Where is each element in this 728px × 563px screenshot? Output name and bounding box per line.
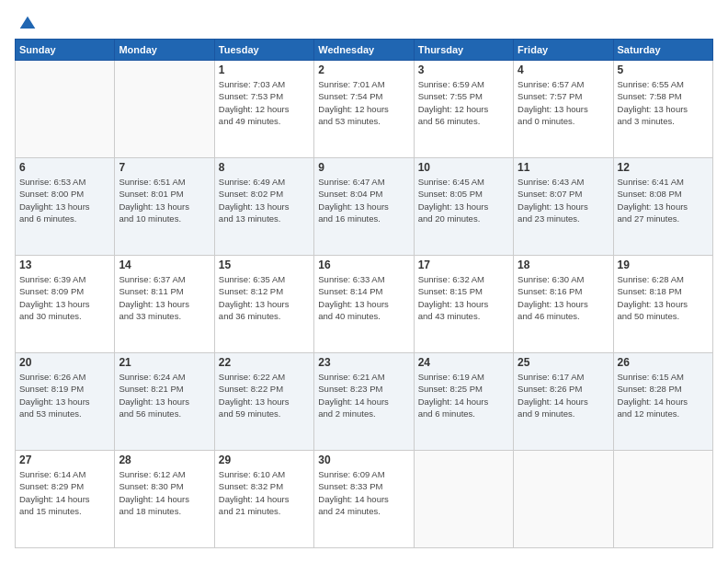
day-info: Sunrise: 6:45 AMSunset: 8:05 PMDaylight:… [418,176,509,224]
calendar-header-thursday: Thursday [414,40,513,61]
svg-marker-0 [20,17,36,29]
day-number: 12 [618,161,709,174]
day-info: Sunrise: 6:12 AMSunset: 8:30 PMDaylight:… [119,468,210,517]
calendar-table: SundayMondayTuesdayWednesdayThursdayFrid… [15,39,713,548]
calendar-cell: 15Sunrise: 6:35 AMSunset: 8:12 PMDayligh… [214,256,313,353]
calendar-header-tuesday: Tuesday [214,40,313,61]
day-number: 6 [19,161,110,174]
calendar-week-row: 27Sunrise: 6:14 AMSunset: 8:29 PMDayligh… [16,451,713,548]
day-info: Sunrise: 6:35 AMSunset: 8:12 PMDaylight:… [219,273,310,322]
day-number: 25 [518,356,609,369]
calendar-cell: 28Sunrise: 6:12 AMSunset: 8:30 PMDayligh… [115,451,214,548]
logo-icon [18,15,37,33]
calendar-cell: 5Sunrise: 6:55 AMSunset: 7:58 PMDaylight… [613,61,712,158]
day-info: Sunrise: 6:47 AMSunset: 8:04 PMDaylight:… [318,176,409,224]
calendar-header-sunday: Sunday [16,40,115,61]
calendar-cell [414,451,513,548]
calendar-cell: 1Sunrise: 7:03 AMSunset: 7:53 PMDaylight… [214,61,313,158]
calendar-cell: 29Sunrise: 6:10 AMSunset: 8:32 PMDayligh… [214,451,313,548]
calendar-week-row: 13Sunrise: 6:39 AMSunset: 8:09 PMDayligh… [16,256,713,353]
day-info: Sunrise: 7:03 AMSunset: 7:53 PMDaylight:… [219,78,310,127]
day-info: Sunrise: 6:43 AMSunset: 8:07 PMDaylight:… [518,176,609,224]
day-number: 21 [119,356,210,369]
day-number: 14 [119,259,210,271]
day-number: 10 [418,161,509,174]
day-number: 19 [618,259,709,271]
calendar-cell: 11Sunrise: 6:43 AMSunset: 8:07 PMDayligh… [514,158,613,256]
day-info: Sunrise: 6:39 AMSunset: 8:09 PMDaylight:… [19,273,110,322]
day-info: Sunrise: 6:26 AMSunset: 8:19 PMDaylight:… [19,371,110,419]
day-number: 20 [19,356,110,369]
calendar-header-wednesday: Wednesday [314,40,414,61]
calendar-cell [16,61,115,158]
day-info: Sunrise: 6:57 AMSunset: 7:57 PMDaylight:… [518,78,609,127]
day-info: Sunrise: 6:19 AMSunset: 8:25 PMDaylight:… [418,371,509,419]
calendar-cell: 25Sunrise: 6:17 AMSunset: 8:26 PMDayligh… [514,353,613,451]
day-number: 24 [418,356,509,369]
calendar-cell: 4Sunrise: 6:57 AMSunset: 7:57 PMDaylight… [514,61,613,158]
calendar-cell: 9Sunrise: 6:47 AMSunset: 8:04 PMDaylight… [314,158,414,256]
day-info: Sunrise: 6:41 AMSunset: 8:08 PMDaylight:… [618,176,709,224]
logo [15,15,37,29]
calendar-cell: 7Sunrise: 6:51 AMSunset: 8:01 PMDaylight… [115,158,214,256]
day-number: 15 [219,259,310,271]
day-info: Sunrise: 6:37 AMSunset: 8:11 PMDaylight:… [119,273,210,322]
day-number: 22 [219,356,310,369]
calendar-header-monday: Monday [115,40,214,61]
calendar-cell: 2Sunrise: 7:01 AMSunset: 7:54 PMDaylight… [314,61,414,158]
day-info: Sunrise: 6:17 AMSunset: 8:26 PMDaylight:… [518,371,609,419]
day-number: 26 [618,356,709,369]
day-info: Sunrise: 6:30 AMSunset: 8:16 PMDaylight:… [518,273,609,322]
calendar-cell: 27Sunrise: 6:14 AMSunset: 8:29 PMDayligh… [16,451,115,548]
day-info: Sunrise: 6:49 AMSunset: 8:02 PMDaylight:… [219,176,310,224]
day-number: 30 [318,454,409,466]
calendar-cell [613,451,712,548]
day-number: 29 [219,454,310,466]
day-number: 2 [318,63,409,76]
calendar-week-row: 6Sunrise: 6:53 AMSunset: 8:00 PMDaylight… [16,158,713,256]
calendar-cell: 21Sunrise: 6:24 AMSunset: 8:21 PMDayligh… [115,353,214,451]
calendar-cell: 20Sunrise: 6:26 AMSunset: 8:19 PMDayligh… [16,353,115,451]
day-number: 11 [518,161,609,174]
calendar-cell: 18Sunrise: 6:30 AMSunset: 8:16 PMDayligh… [514,256,613,353]
calendar-header-friday: Friday [514,40,613,61]
calendar-header-saturday: Saturday [613,40,712,61]
calendar-cell: 24Sunrise: 6:19 AMSunset: 8:25 PMDayligh… [414,353,513,451]
calendar-cell [514,451,613,548]
day-info: Sunrise: 6:14 AMSunset: 8:29 PMDaylight:… [19,468,110,517]
calendar-week-row: 1Sunrise: 7:03 AMSunset: 7:53 PMDaylight… [16,61,713,158]
day-info: Sunrise: 6:22 AMSunset: 8:22 PMDaylight:… [219,371,310,419]
day-number: 3 [418,63,509,76]
header [15,15,713,29]
day-number: 1 [219,63,310,76]
day-info: Sunrise: 6:24 AMSunset: 8:21 PMDaylight:… [119,371,210,419]
day-info: Sunrise: 6:09 AMSunset: 8:33 PMDaylight:… [318,468,409,517]
calendar-cell: 30Sunrise: 6:09 AMSunset: 8:33 PMDayligh… [314,451,414,548]
calendar-cell: 13Sunrise: 6:39 AMSunset: 8:09 PMDayligh… [16,256,115,353]
calendar-cell: 3Sunrise: 6:59 AMSunset: 7:55 PMDaylight… [414,61,513,158]
day-info: Sunrise: 6:21 AMSunset: 8:23 PMDaylight:… [318,371,409,419]
day-number: 9 [318,161,409,174]
calendar-cell: 16Sunrise: 6:33 AMSunset: 8:14 PMDayligh… [314,256,414,353]
calendar-cell: 17Sunrise: 6:32 AMSunset: 8:15 PMDayligh… [414,256,513,353]
day-info: Sunrise: 6:53 AMSunset: 8:00 PMDaylight:… [19,176,110,224]
day-info: Sunrise: 6:32 AMSunset: 8:15 PMDaylight:… [418,273,509,322]
day-info: Sunrise: 6:59 AMSunset: 7:55 PMDaylight:… [418,78,509,127]
day-info: Sunrise: 6:55 AMSunset: 7:58 PMDaylight:… [618,78,709,127]
day-number: 16 [318,259,409,271]
day-number: 17 [418,259,509,271]
calendar-cell: 22Sunrise: 6:22 AMSunset: 8:22 PMDayligh… [214,353,313,451]
calendar-header-row: SundayMondayTuesdayWednesdayThursdayFrid… [16,40,713,61]
calendar-cell: 12Sunrise: 6:41 AMSunset: 8:08 PMDayligh… [613,158,712,256]
calendar-cell: 14Sunrise: 6:37 AMSunset: 8:11 PMDayligh… [115,256,214,353]
page: SundayMondayTuesdayWednesdayThursdayFrid… [0,0,728,563]
calendar-cell: 19Sunrise: 6:28 AMSunset: 8:18 PMDayligh… [613,256,712,353]
day-number: 4 [518,63,609,76]
day-number: 7 [119,161,210,174]
day-number: 13 [19,259,110,271]
day-number: 28 [119,454,210,466]
day-info: Sunrise: 6:28 AMSunset: 8:18 PMDaylight:… [618,273,709,322]
calendar-cell: 26Sunrise: 6:15 AMSunset: 8:28 PMDayligh… [613,353,712,451]
day-number: 5 [618,63,709,76]
calendar-cell: 6Sunrise: 6:53 AMSunset: 8:00 PMDaylight… [16,158,115,256]
